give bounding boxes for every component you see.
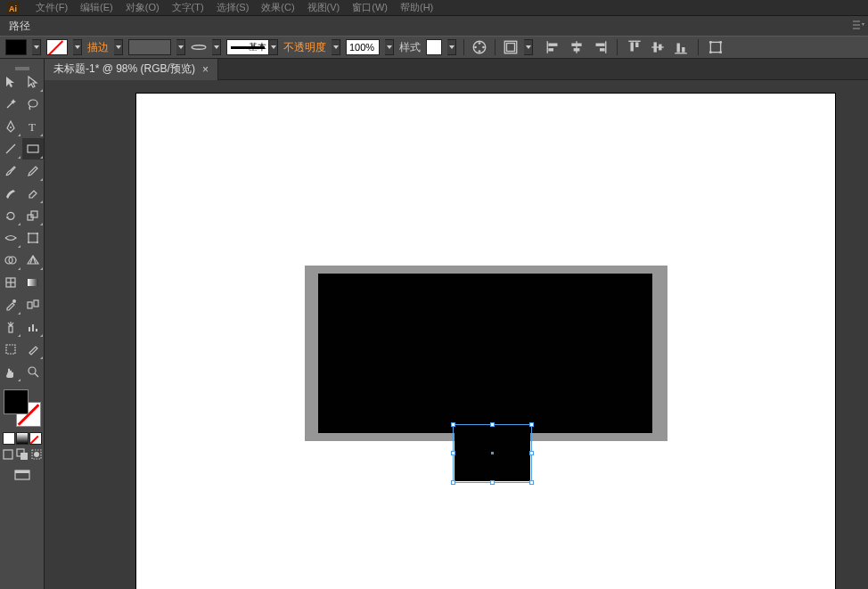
draw-inside-icon[interactable]	[30, 448, 43, 461]
color-mode-solid[interactable]	[3, 432, 15, 445]
opacity-panel-dropdown[interactable]	[332, 39, 340, 55]
opacity-dropdown[interactable]	[385, 39, 394, 55]
handle-bc[interactable]	[490, 480, 495, 485]
menu-select[interactable]: 选择(S)	[211, 1, 255, 14]
gradient-tool[interactable]	[22, 272, 44, 293]
close-icon[interactable]: ×	[202, 63, 209, 76]
shape-builder-tool[interactable]	[0, 250, 21, 271]
handle-tl[interactable]	[451, 422, 455, 427]
menu-edit[interactable]: 编辑(E)	[75, 1, 119, 14]
menu-object[interactable]: 对象(O)	[120, 1, 165, 14]
menu-file[interactable]: 文件(F)	[30, 1, 73, 14]
color-mode-gradient[interactable]	[16, 432, 29, 445]
align-group	[545, 39, 724, 55]
panel-tab-path[interactable]: 路径	[2, 17, 37, 36]
toolbox-grip[interactable]	[4, 62, 40, 68]
style-label[interactable]: 样式	[399, 40, 421, 55]
artboard[interactable]	[136, 94, 835, 589]
blob-brush-tool[interactable]	[0, 183, 21, 204]
fill-color-swatch[interactable]	[4, 389, 29, 414]
rectangle-tool[interactable]	[22, 138, 44, 160]
workspace: T	[0, 59, 868, 589]
handle-bl[interactable]	[451, 480, 455, 485]
stroke-weight-field[interactable]	[128, 39, 171, 55]
symbol-sprayer-tool[interactable]	[0, 316, 21, 338]
stroke-label[interactable]: 描边	[87, 40, 109, 55]
menu-help[interactable]: 帮助(H)	[395, 1, 438, 14]
panel-menu-icon[interactable]	[852, 20, 864, 30]
color-picker[interactable]	[4, 389, 41, 427]
menu-window[interactable]: 窗口(W)	[347, 1, 393, 14]
style-swatch[interactable]	[426, 39, 442, 55]
svg-rect-34	[631, 42, 634, 51]
style-dropdown[interactable]	[447, 39, 456, 55]
handle-tr[interactable]	[529, 422, 534, 427]
align-hcenter-icon[interactable]	[569, 39, 585, 55]
handle-lc[interactable]	[451, 451, 455, 455]
artboard-tool[interactable]	[0, 339, 21, 360]
doc-setup-dropdown[interactable]	[524, 39, 533, 55]
line-tool[interactable]	[0, 138, 21, 160]
align-left-icon[interactable]	[545, 39, 561, 55]
blend-tool[interactable]	[22, 294, 44, 315]
recolor-icon[interactable]	[471, 39, 487, 55]
pen-tool[interactable]	[0, 116, 21, 137]
align-top-icon[interactable]	[626, 39, 643, 55]
doc-tab[interactable]: 未标题-1* @ 98% (RGB/预览) ×	[45, 59, 218, 80]
menu-view[interactable]: 视图(V)	[302, 1, 346, 14]
slice-tool[interactable]	[22, 339, 44, 360]
draw-behind-icon[interactable]	[16, 448, 29, 461]
handle-center[interactable]	[491, 452, 494, 454]
perspective-grid-tool[interactable]	[22, 250, 44, 271]
handle-tc[interactable]	[490, 422, 495, 427]
menu-type[interactable]: 文字(T)	[167, 1, 209, 14]
screen-mode-icon[interactable]	[14, 468, 30, 484]
eyedropper-tool[interactable]	[0, 294, 21, 315]
draw-normal-icon[interactable]	[2, 448, 14, 461]
column-graph-tool[interactable]	[22, 316, 44, 338]
hand-tool[interactable]	[0, 361, 21, 382]
stroke-swatch[interactable]	[46, 39, 68, 55]
brush-profile[interactable]: 基本	[226, 39, 278, 55]
scale-tool[interactable]	[22, 205, 44, 226]
align-right-icon[interactable]	[592, 39, 608, 55]
free-transform-tool[interactable]	[22, 227, 44, 249]
align-vcenter-icon[interactable]	[650, 39, 666, 55]
handle-br[interactable]	[529, 480, 534, 485]
color-mode-none[interactable]	[29, 432, 42, 445]
canvas-viewport[interactable]	[45, 80, 868, 589]
direct-selection-tool[interactable]	[22, 71, 44, 93]
type-tool[interactable]: T	[22, 116, 44, 137]
variable-width-icon[interactable]	[191, 39, 207, 55]
opacity-label[interactable]: 不透明度	[283, 40, 326, 55]
mesh-tool[interactable]	[0, 272, 21, 293]
fill-dropdown[interactable]	[32, 39, 41, 55]
fill-swatch[interactable]	[5, 39, 27, 55]
pencil-tool[interactable]	[22, 160, 44, 182]
zoom-tool[interactable]	[22, 361, 44, 382]
svg-point-64	[37, 241, 38, 243]
menu-effect[interactable]: 效果(C)	[256, 1, 299, 14]
stroke-panel-dropdown[interactable]	[114, 39, 123, 55]
toolbox: T	[0, 59, 45, 589]
selection-box[interactable]	[453, 424, 532, 483]
eraser-tool[interactable]	[22, 183, 44, 204]
shape-rect-large[interactable]	[305, 266, 667, 441]
lasso-tool[interactable]	[22, 94, 44, 115]
stroke-dropdown[interactable]	[73, 39, 82, 55]
opacity-field[interactable]: 100%	[346, 39, 380, 55]
rotate-tool[interactable]	[0, 205, 21, 226]
variable-width-dropdown[interactable]	[212, 39, 221, 55]
paintbrush-tool[interactable]	[0, 160, 21, 182]
align-bottom-icon[interactable]	[673, 39, 689, 55]
svg-marker-23	[526, 45, 531, 49]
width-tool[interactable]	[0, 227, 21, 249]
magic-wand-tool[interactable]	[0, 94, 21, 115]
selection-tool[interactable]	[0, 71, 21, 93]
transform-icon[interactable]	[708, 39, 724, 55]
menubar: Ai 文件(F) 编辑(E) 对象(O) 文字(T) 选择(S) 效果(C) 视…	[0, 0, 868, 16]
doc-setup-icon[interactable]	[503, 39, 519, 55]
stroke-weight-dropdown[interactable]	[176, 39, 185, 55]
handle-rc[interactable]	[529, 451, 534, 455]
brush-profile-dropdown[interactable]	[269, 39, 278, 55]
